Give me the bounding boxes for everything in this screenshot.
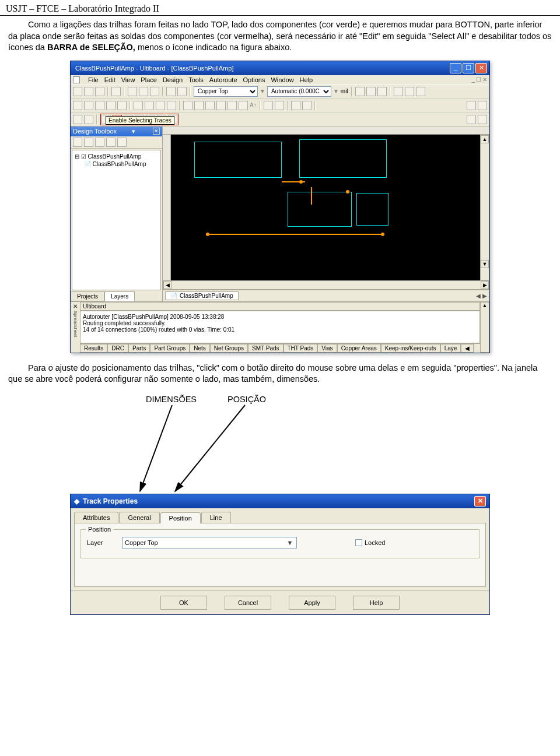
redo-icon[interactable] <box>177 87 187 96</box>
ss-tab-drc[interactable]: DRC <box>107 344 128 353</box>
tp-layer-combo[interactable]: Copper Top ▼ <box>122 537 297 548</box>
tp-locked-checkbox[interactable]: Locked <box>355 539 385 546</box>
misc2-icon[interactable] <box>394 87 403 96</box>
tp-tab-general[interactable]: General <box>119 512 159 523</box>
mdi-close-icon[interactable]: ✕ <box>482 76 487 83</box>
ss-tab-parts[interactable]: Parts <box>128 344 150 353</box>
tab-nav-icons[interactable]: ◀ ▶ <box>476 293 487 299</box>
scroll-right-icon[interactable]: ▶ <box>481 281 489 289</box>
route-a-icon[interactable] <box>73 115 82 124</box>
menu-file[interactable]: File <box>88 76 99 83</box>
menu-tools[interactable]: Tools <box>188 76 204 83</box>
sb-ico3[interactable] <box>95 138 104 147</box>
place-e-icon[interactable] <box>228 101 237 110</box>
scroll-up-icon[interactable]: ▲ <box>481 135 489 143</box>
zoom-out-icon[interactable] <box>145 101 154 110</box>
sb-ico4[interactable] <box>106 138 116 147</box>
zoom-in-icon[interactable] <box>134 101 143 110</box>
hscrollbar[interactable]: ◀ ▶ <box>163 280 489 290</box>
units-combo[interactable]: Automatic (0.000C <box>267 86 331 97</box>
vscrollbar[interactable]: ▲ ▼ <box>480 135 489 280</box>
layer-combo[interactable]: Copper Top <box>194 86 258 97</box>
sb-ico2[interactable] <box>84 138 93 147</box>
tp-close-button[interactable]: ✕ <box>474 496 486 507</box>
zoom-area-icon[interactable] <box>167 101 176 110</box>
place-f-icon[interactable] <box>239 101 248 110</box>
ss-tab-keep[interactable]: Keep-ins/Keep-outs <box>381 344 440 353</box>
ss-tab-nav-icon[interactable]: ◀ <box>461 344 474 353</box>
ss-tab-copper[interactable]: Copper Areas <box>337 344 381 353</box>
misc7-icon[interactable] <box>467 101 476 110</box>
sel-b-icon[interactable] <box>84 101 93 110</box>
draw-a-icon[interactable] <box>264 101 273 110</box>
snap-icon[interactable] <box>366 87 376 96</box>
ss-tab-partgrp[interactable]: Part Groups <box>150 344 190 353</box>
ss-tab-smt[interactable]: SMT Pads <box>248 344 284 353</box>
paste-icon[interactable] <box>150 87 159 96</box>
tp-tab-position[interactable]: Position <box>160 512 201 523</box>
undo-icon[interactable] <box>166 87 176 96</box>
maximize-button[interactable]: ☐ <box>463 63 474 73</box>
minimize-button[interactable]: _ <box>450 63 461 73</box>
menu-autoroute[interactable]: Autoroute <box>209 76 237 83</box>
route-b-icon[interactable] <box>84 115 93 124</box>
menu-view[interactable]: View <box>121 76 135 83</box>
sel-e-icon[interactable] <box>117 101 127 110</box>
mdi-min-icon[interactable]: _ <box>471 76 475 83</box>
save-icon[interactable] <box>95 87 104 96</box>
menu-window[interactable]: Window <box>271 76 293 83</box>
cut-icon[interactable] <box>128 87 137 96</box>
menu-edit[interactable]: Edit <box>104 76 116 83</box>
mdi-restore-icon[interactable]: ☐ <box>476 76 481 83</box>
misc5-icon[interactable] <box>291 101 300 110</box>
scroll-left-icon[interactable]: ◀ <box>163 281 172 289</box>
place-a-icon[interactable] <box>183 101 192 110</box>
tp-ok-button[interactable]: OK <box>160 596 207 610</box>
place-d-icon[interactable] <box>216 101 226 110</box>
misc6-icon[interactable] <box>302 101 312 110</box>
open-icon[interactable] <box>84 87 93 96</box>
sidebar-close-icon[interactable]: ✕ <box>153 128 160 135</box>
misc4-icon[interactable] <box>416 87 425 96</box>
ss-tab-nets[interactable]: Nets <box>190 344 210 353</box>
ss-tab-tht[interactable]: THT Pads <box>284 344 318 353</box>
sidebar-tab-layers[interactable]: Layers <box>104 291 135 301</box>
ss-tab-vias[interactable]: Vias <box>317 344 337 353</box>
place-c-icon[interactable] <box>205 101 215 110</box>
tp-apply-button[interactable]: Apply <box>289 596 335 610</box>
tp-tab-line[interactable]: Line <box>201 512 231 523</box>
extra2-icon[interactable] <box>478 115 487 124</box>
sidebar-pin-icon[interactable]: ▾ <box>132 128 135 135</box>
sel-a-icon[interactable] <box>73 101 82 110</box>
misc3-icon[interactable] <box>405 87 414 96</box>
print-icon[interactable] <box>111 87 121 96</box>
menu-options[interactable]: Options <box>243 76 265 83</box>
zoom-fit-icon[interactable] <box>156 101 165 110</box>
ss-tab-results[interactable]: Results <box>80 344 107 353</box>
draw-b-icon[interactable] <box>275 101 284 110</box>
new-icon[interactable] <box>73 87 82 96</box>
menu-place[interactable]: Place <box>141 76 157 83</box>
tp-cancel-button[interactable]: Cancel <box>225 596 271 610</box>
sb-ico1[interactable] <box>73 138 82 147</box>
tree-child[interactable]: ClassBPushPullAmp <box>93 161 146 167</box>
sel-d-icon[interactable] <box>106 101 116 110</box>
misc1-icon[interactable] <box>377 87 387 96</box>
sel-c-icon[interactable] <box>95 101 104 110</box>
sidebar-tab-projects[interactable]: Projects <box>71 291 104 301</box>
copy-icon[interactable] <box>139 87 148 96</box>
sb-ico5[interactable] <box>117 138 127 147</box>
tp-tab-attributes[interactable]: Attributes <box>74 512 118 523</box>
place-b-icon[interactable] <box>194 101 204 110</box>
menu-design[interactable]: Design <box>163 76 183 83</box>
pcb-canvas[interactable] <box>171 135 480 280</box>
ss-tab-netgrp[interactable]: Net Groups <box>210 344 248 353</box>
tp-help-button[interactable]: Help <box>353 596 400 610</box>
ss-close-icon[interactable]: ✕ <box>73 303 78 310</box>
grid-icon[interactable] <box>355 87 365 96</box>
project-tree[interactable]: ⊟ ☑ ClassBPushPullAmp 📄 ClassBPushPullAm… <box>72 150 161 290</box>
close-button[interactable]: ✕ <box>475 63 487 73</box>
ss-vscrollbar[interactable]: ▲ <box>480 302 489 353</box>
tree-root[interactable]: ClassBPushPullAmp <box>88 153 142 160</box>
menu-help[interactable]: Help <box>300 76 313 83</box>
